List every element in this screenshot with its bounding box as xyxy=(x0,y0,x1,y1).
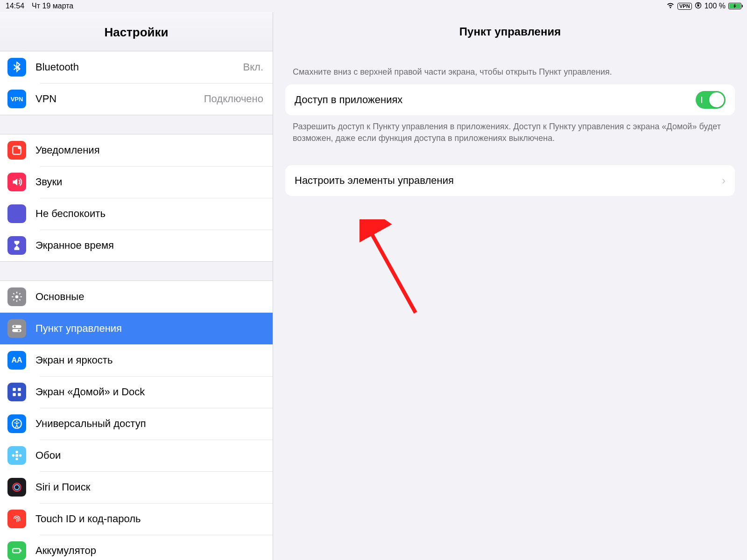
accessibility-icon xyxy=(7,414,26,433)
detail-pane: Пункт управления Смахните вниз с верхней… xyxy=(273,12,747,560)
sidebar-item-homescreen[interactable]: Экран «Домой» и Dock xyxy=(0,376,273,408)
row-label: Не беспокоить xyxy=(35,208,273,220)
svg-rect-23 xyxy=(21,550,21,552)
svg-point-17 xyxy=(15,458,18,460)
row-label: Пункт управления xyxy=(35,322,273,335)
sidebar-item-display[interactable]: AA Экран и яркость xyxy=(0,344,273,376)
cell-label: Доступ в приложениях xyxy=(295,94,402,106)
help-text-top: Смахните вниз с верхней правой части экр… xyxy=(285,66,735,84)
fingerprint-icon xyxy=(7,510,26,528)
svg-rect-10 xyxy=(18,388,21,391)
row-label: Аккумулятор xyxy=(35,545,273,557)
row-label: Bluetooth xyxy=(35,61,243,73)
svg-rect-22 xyxy=(13,549,20,553)
svg-point-16 xyxy=(15,451,18,453)
sidebar-item-accessibility[interactable]: Универсальный доступ xyxy=(0,408,273,440)
svg-point-19 xyxy=(19,454,21,456)
cell-access-in-apps[interactable]: Доступ в приложениях xyxy=(285,84,735,115)
svg-point-21 xyxy=(14,485,20,490)
sidebar-item-bluetooth[interactable]: Bluetooth Вкл. xyxy=(0,51,273,83)
row-label: Универсальный доступ xyxy=(35,418,273,430)
status-bar: 14:54 Чт 19 марта VPN 100 % xyxy=(0,0,747,12)
sidebar-item-dnd[interactable]: Не беспокоить xyxy=(0,198,273,230)
row-value: Вкл. xyxy=(243,61,273,73)
bluetooth-icon xyxy=(7,58,26,77)
sidebar-item-general[interactable]: Основные xyxy=(0,281,273,313)
notifications-icon xyxy=(7,141,26,160)
row-value: Подключено xyxy=(204,93,273,105)
svg-point-3 xyxy=(18,146,21,149)
row-label: Touch ID и код-пароль xyxy=(35,513,273,525)
text-size-icon: AA xyxy=(7,351,26,370)
cell-label: Настроить элементы управления xyxy=(295,175,454,187)
settings-sidebar: Настройки Bluetooth Вкл. VPN VPN Подключ… xyxy=(0,12,273,560)
switches-icon xyxy=(7,319,26,338)
row-label: VPN xyxy=(35,93,204,105)
sidebar-item-battery[interactable]: Аккумулятор xyxy=(0,535,273,560)
hourglass-icon xyxy=(7,236,26,255)
svg-rect-5 xyxy=(12,325,21,328)
sidebar-item-touchid[interactable]: Touch ID и код-пароль xyxy=(0,503,273,535)
row-label: Обои xyxy=(35,449,273,462)
svg-rect-7 xyxy=(12,329,21,332)
wifi-icon xyxy=(666,2,675,10)
sidebar-item-wallpaper[interactable]: Обои xyxy=(0,440,273,471)
chevron-right-icon: › xyxy=(722,174,726,187)
row-label: Уведомления xyxy=(35,144,273,156)
row-label: Экранное время xyxy=(35,239,273,252)
svg-point-14 xyxy=(16,420,17,422)
sidebar-item-controlcenter[interactable]: Пункт управления xyxy=(0,313,273,344)
row-label: Siri и Поиск xyxy=(35,481,273,493)
help-text-below: Разрешить доступ к Пункту управления в п… xyxy=(285,115,735,151)
status-date: Чт 19 марта xyxy=(32,2,73,10)
svg-point-8 xyxy=(18,329,20,331)
flower-icon xyxy=(7,446,26,465)
sounds-icon xyxy=(7,173,26,191)
grid-icon xyxy=(7,383,26,401)
svg-rect-9 xyxy=(13,388,15,391)
toggle-access-in-apps[interactable] xyxy=(696,91,726,109)
siri-icon xyxy=(7,478,26,497)
status-time: 14:54 xyxy=(6,2,24,10)
vpn-icon: VPN xyxy=(7,90,26,108)
row-label: Экран «Домой» и Dock xyxy=(35,386,273,398)
row-label: Звуки xyxy=(35,176,273,188)
svg-point-15 xyxy=(15,454,19,457)
sidebar-group-connectivity: Bluetooth Вкл. VPN VPN Подключено xyxy=(0,51,273,115)
cell-customize-controls[interactable]: Настроить элементы управления › xyxy=(285,165,735,196)
battery-item-icon xyxy=(7,541,26,560)
sidebar-item-sounds[interactable]: Звуки xyxy=(0,166,273,198)
svg-point-18 xyxy=(12,454,14,456)
row-label: Основные xyxy=(35,291,273,303)
row-label: Экран и яркость xyxy=(35,354,273,366)
svg-rect-11 xyxy=(13,393,15,396)
sidebar-group-main: Основные Пункт управления AA Экран и ярк… xyxy=(0,280,273,560)
sidebar-item-screentime[interactable]: Экранное время xyxy=(0,230,273,261)
svg-rect-1 xyxy=(697,5,699,7)
sidebar-item-vpn[interactable]: VPN VPN Подключено xyxy=(0,83,273,115)
sidebar-item-notifications[interactable]: Уведомления xyxy=(0,134,273,166)
orientation-lock-icon xyxy=(695,2,702,11)
battery-text: 100 % xyxy=(705,2,726,10)
svg-point-4 xyxy=(15,295,19,299)
battery-icon xyxy=(728,3,741,9)
sidebar-title: Настройки xyxy=(0,12,273,51)
svg-rect-12 xyxy=(18,393,21,396)
sidebar-group-alerts: Уведомления Звуки Не беспокоить Экранное… xyxy=(0,134,273,262)
svg-point-6 xyxy=(14,326,16,328)
gear-icon xyxy=(7,287,26,306)
vpn-badge: VPN xyxy=(677,3,692,10)
detail-title: Пункт управления xyxy=(285,12,735,66)
moon-icon xyxy=(7,204,26,223)
sidebar-item-siri[interactable]: Siri и Поиск xyxy=(0,471,273,503)
